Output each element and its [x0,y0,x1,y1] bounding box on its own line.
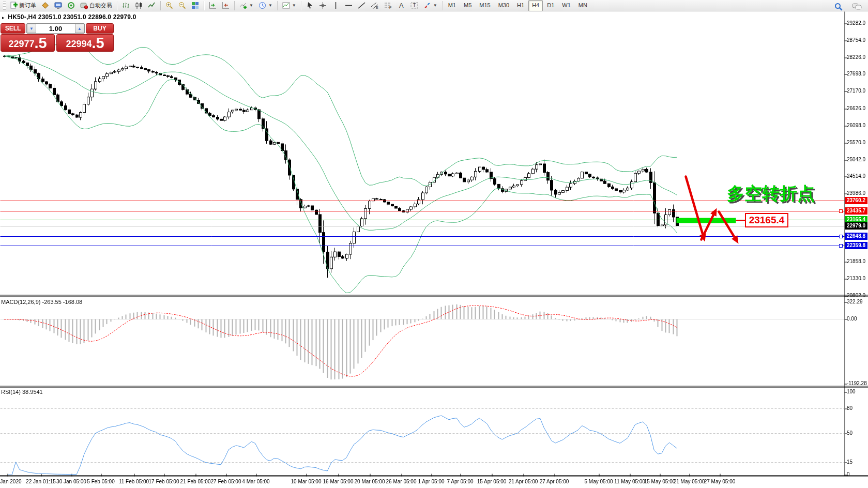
trendline-tool-button[interactable] [355,0,368,11]
sell-price-frac: .5 [34,35,47,51]
timeframe-button-w1[interactable]: W1 [558,0,574,11]
auto-scroll-button[interactable] [206,0,219,11]
chart-title: ▸ HK50-,H4 23051.0 23051.0 22896.0 22979… [2,13,136,21]
level-price-label: 23435.7 [845,207,867,215]
chart-low: 22896.0 [88,13,111,21]
volume-decrement-button[interactable]: ▼ [27,24,36,33]
timeframe-button-m5[interactable]: M5 [460,0,475,11]
chart-open: 23051.0 [38,13,62,21]
buy-price[interactable]: 22994.5 [56,34,114,52]
rsi-title: RSI(14) [1,389,21,395]
text-label-tool-button[interactable]: T [408,0,421,11]
toolbar-separator [160,1,161,10]
candlestick-button[interactable] [132,0,145,11]
zoom-in-button[interactable] [163,0,176,11]
toolbar-right-icons [832,1,865,12]
chart-canvas[interactable] [0,0,868,488]
templates-button[interactable]: ▼ [280,0,299,11]
rsi-label: RSI(14) 38.9541 [1,389,43,395]
autotrade-button[interactable]: 自动交易 [78,0,115,11]
chat-button[interactable] [849,1,865,12]
bar-chart-button[interactable] [119,0,132,11]
sell-button[interactable]: SELL [1,23,25,34]
timeframe-button-h1[interactable]: H1 [513,0,528,11]
arrows-tool-button[interactable]: ▼ [421,0,440,11]
chart-marker-icon: ▸ [2,15,5,20]
zoom-out-button[interactable] [176,0,189,11]
time-axis-label: 5 May 05:00 [584,479,613,484]
toolbar-separator [234,1,235,10]
line-chart-icon [148,2,156,9]
new-order-button[interactable]: 新订单 [7,0,39,11]
toolbar-separator [204,1,204,10]
sell-price[interactable]: 22977.5 [1,34,55,52]
vline-tool-button[interactable] [329,0,342,11]
price-axis-tick: 25042.0 [847,157,865,162]
time-axis-label: 21 Apr 05:00 [509,479,538,484]
crosshair-icon [319,2,327,9]
auto-scroll-icon [209,2,217,9]
market-watch-button[interactable] [39,0,52,11]
macd-axis-tick: 0.00 [847,316,857,322]
chart-shift-button[interactable] [219,0,232,11]
rsi-value: 38.9541 [22,389,43,395]
terminal-button[interactable] [52,0,65,11]
autotrade-icon [80,2,88,9]
buy-button[interactable]: BUY [86,23,114,34]
timeframe-button-mn[interactable]: MN [575,0,591,11]
level-price-label: 22979.0 [845,222,867,230]
channel-tool-button[interactable]: E [368,0,382,11]
text-tool-button[interactable]: A [395,0,408,11]
fibonacci-tool-button[interactable]: F [382,0,395,11]
toolbar-separator [117,1,117,10]
signal-button[interactable] [65,0,78,11]
time-axis-label: 1 Apr 05:00 [418,479,444,484]
indicators-button[interactable]: ▼ [237,0,256,11]
svg-text:T: T [413,3,416,8]
clock-icon [258,2,266,9]
timeframe-button-d1[interactable]: D1 [543,0,558,11]
price-callout-box[interactable]: 23165.4 [745,213,788,227]
price-axis-tick: 27698.0 [847,71,865,77]
svg-text:F: F [389,6,391,9]
timeframe-button-m15[interactable]: M15 [476,0,494,11]
equidistant-channel-icon: E [371,2,379,9]
cursor-tool-button[interactable] [303,0,316,11]
chart-close: 22979.0 [113,13,136,21]
volume-increment-button[interactable]: ▲ [75,24,84,33]
search-button[interactable] [832,1,845,12]
chart-shift-icon [222,2,230,9]
rsi-axis-tick: 15 [847,459,852,465]
new-order-icon [10,2,18,9]
timeframe-button-m30[interactable]: M30 [495,0,513,11]
arrows-icon [423,2,431,9]
line-chart-button[interactable] [145,0,158,11]
time-axis-label: 5 Feb 05:00 [87,479,114,484]
tile-windows-button[interactable] [189,0,202,11]
time-axis-label: 15 Apr 05:00 [477,479,507,484]
price-axis-tick: 26626.0 [847,105,865,111]
autotrade-label: 自动交易 [89,2,112,9]
price-axis-tick: 28754.0 [847,37,865,43]
text-icon: A [398,2,405,9]
price-axis-tick: 28226.0 [847,54,865,60]
crosshair-tool-button[interactable] [316,0,329,11]
time-axis-label: 26 Mar 05:00 [386,479,417,484]
timeframe-button-m1[interactable]: M1 [445,0,460,11]
turning-point-annotation: 多空转折点 [727,182,815,206]
periods-button[interactable]: ▼ [256,0,275,11]
level-price-label: 22359.8 [845,242,867,249]
time-axis-label: 11 May 05:00 [614,479,645,484]
time-axis-label: 22 Jan 01:15 [26,479,56,484]
buy-price-main: 22994 [66,37,92,51]
time-axis-label: 15 May 05:00 [644,479,676,484]
volume-input[interactable] [36,24,75,33]
toolbar-separator [301,1,301,10]
toolbar-separator [442,1,443,10]
template-icon [282,2,290,9]
time-axis-label: 17 Feb 05:00 [149,479,179,484]
bar-chart-icon [122,2,130,9]
hline-tool-button[interactable] [342,0,355,11]
timeframe-button-h4[interactable]: H4 [528,0,543,11]
toolbar-separator [277,1,278,10]
